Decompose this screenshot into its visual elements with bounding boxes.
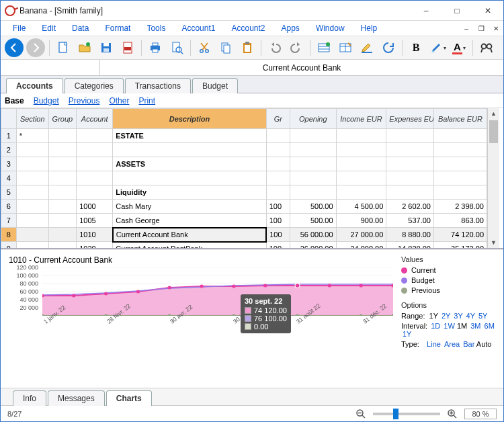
scroll-down-icon[interactable]: ▼: [488, 237, 499, 248]
col-description[interactable]: Description: [113, 109, 267, 129]
zoom-in-icon[interactable]: [447, 409, 458, 419]
mdi-close-icon[interactable]: ✕: [490, 22, 502, 34]
type-bar[interactable]: Bar: [463, 340, 474, 348]
cut-button[interactable]: [195, 38, 214, 57]
accounts-grid[interactable]: Section Group Account Description Gr Ope…: [1, 108, 487, 249]
minimize-button[interactable]: –: [411, 1, 442, 21]
legend-item-previous[interactable]: Previous: [401, 286, 495, 294]
menu-data[interactable]: Data: [64, 22, 97, 34]
chart-area: 1010 - Current Account Bank 120 000 100 …: [9, 255, 393, 388]
menu-format[interactable]: Format: [97, 22, 138, 34]
svg-point-42: [72, 294, 75, 298]
highlighter-button[interactable]: ▾: [428, 38, 447, 57]
tab-accounts[interactable]: Accounts: [6, 78, 63, 93]
menu-tools[interactable]: Tools: [138, 22, 173, 34]
lowtab-info[interactable]: Info: [13, 390, 46, 406]
table-row[interactable]: 2: [1, 143, 487, 157]
open-button[interactable]: [75, 38, 94, 57]
zoom-value[interactable]: 80 %: [464, 409, 497, 419]
print-preview-button[interactable]: [167, 38, 186, 57]
print-button[interactable]: [146, 38, 165, 57]
table-tool-1-button[interactable]: [314, 38, 333, 57]
table-row[interactable]: 91020Current Account PostBank10026 000.0…: [1, 242, 487, 250]
svg-rect-21: [245, 42, 249, 44]
table-row[interactable]: 81010Current Account Bank10056 000.0027 …: [1, 228, 487, 242]
table-row[interactable]: 61000Cash Mary100500.004 500.002 602.002…: [1, 200, 487, 214]
zoom-slider[interactable]: [373, 413, 440, 415]
chart-plot[interactable]: [42, 267, 393, 316]
type-area[interactable]: Area: [444, 340, 460, 348]
nav-forward-button[interactable]: [26, 38, 45, 57]
undo-button[interactable]: [265, 38, 284, 57]
range-5y[interactable]: 5Y: [478, 312, 487, 320]
subnav-budget[interactable]: Budget: [34, 96, 59, 106]
chart-box[interactable]: 120 000 100 000 80 000 60 000 40 000 20 …: [9, 267, 393, 328]
save-button[interactable]: [97, 38, 116, 57]
grid-vertical-scrollbar[interactable]: ▲ ▼: [487, 108, 499, 248]
table-tool-2-button[interactable]: [336, 38, 355, 57]
col-expenses[interactable]: Expenses EUR: [386, 109, 434, 129]
cell-value[interactable]: Current Account Bank: [100, 61, 503, 75]
table-row[interactable]: 5Liquidity: [1, 185, 487, 200]
mdi-minimize-icon[interactable]: –: [460, 22, 472, 34]
menu-window[interactable]: Window: [308, 22, 353, 34]
mdi-restore-icon[interactable]: ❐: [475, 22, 487, 34]
highlight-button[interactable]: [358, 38, 376, 57]
copy-button[interactable]: [216, 38, 235, 57]
scroll-thumb[interactable]: [489, 120, 498, 143]
table-row[interactable]: 71005Cash George100500.00900.00537.00863…: [1, 214, 487, 228]
lowtab-charts[interactable]: Charts: [106, 390, 152, 406]
table-row[interactable]: 1*ESTATE: [1, 129, 487, 143]
new-button[interactable]: [54, 38, 73, 57]
tab-budget[interactable]: Budget: [192, 78, 238, 93]
menu-apps[interactable]: Apps: [274, 22, 308, 34]
range-3y[interactable]: 3Y: [454, 312, 462, 320]
subnav-previous[interactable]: Previous: [69, 96, 100, 106]
int-6m[interactable]: 6M: [485, 322, 495, 330]
bold-button[interactable]: B: [407, 38, 425, 57]
int-1d[interactable]: 1D: [431, 322, 440, 330]
range-2y[interactable]: 2Y: [442, 312, 450, 320]
close-button[interactable]: ✕: [472, 1, 503, 21]
nav-back-button[interactable]: [5, 38, 24, 57]
find-button[interactable]: [477, 38, 496, 57]
menu-account2[interactable]: Account2: [223, 22, 273, 34]
col-balance[interactable]: Balance EUR: [433, 109, 487, 129]
col-section[interactable]: Section: [16, 109, 48, 129]
svg-rect-0: [59, 42, 67, 52]
col-rownum[interactable]: [1, 109, 17, 129]
lowtab-messages[interactable]: Messages: [48, 390, 105, 406]
legend-item-current[interactable]: Current: [401, 266, 495, 274]
menu-help[interactable]: Help: [353, 22, 386, 34]
col-account[interactable]: Account: [77, 109, 113, 129]
tab-transactions[interactable]: Transactions: [125, 78, 191, 93]
range-4y[interactable]: 4Y: [466, 312, 475, 320]
col-opening[interactable]: Opening: [290, 109, 337, 129]
subnav-print[interactable]: Print: [138, 96, 155, 106]
zoom-out-icon[interactable]: [355, 409, 366, 419]
int-1y[interactable]: 1Y: [403, 330, 411, 338]
zoom-thumb[interactable]: [393, 409, 398, 419]
menu-edit[interactable]: Edit: [34, 22, 64, 34]
menu-account1[interactable]: Account1: [173, 22, 223, 34]
font-color-button[interactable]: A▾: [450, 38, 468, 57]
tab-categories[interactable]: Categories: [65, 78, 124, 93]
legend-item-budget[interactable]: Budget: [401, 276, 495, 284]
paste-button[interactable]: [238, 38, 257, 57]
scroll-up-icon[interactable]: ▲: [488, 108, 499, 119]
redo-button[interactable]: [287, 38, 306, 57]
table-row[interactable]: 3ASSETS: [1, 157, 487, 171]
subnav-other[interactable]: Other: [109, 96, 129, 106]
type-line[interactable]: Line: [427, 340, 441, 348]
int-3m[interactable]: 3M: [470, 322, 480, 330]
cell-reference[interactable]: [1, 60, 100, 75]
menu-file[interactable]: File: [5, 22, 34, 34]
pdf-button[interactable]: [118, 38, 137, 57]
col-gr[interactable]: Gr: [266, 109, 290, 129]
int-1w[interactable]: 1W: [444, 322, 455, 330]
maximize-button[interactable]: □: [442, 1, 472, 21]
col-income[interactable]: Income EUR: [336, 109, 386, 129]
refresh-button[interactable]: [379, 38, 398, 57]
table-row[interactable]: 4: [1, 171, 487, 185]
col-group[interactable]: Group: [48, 109, 77, 129]
